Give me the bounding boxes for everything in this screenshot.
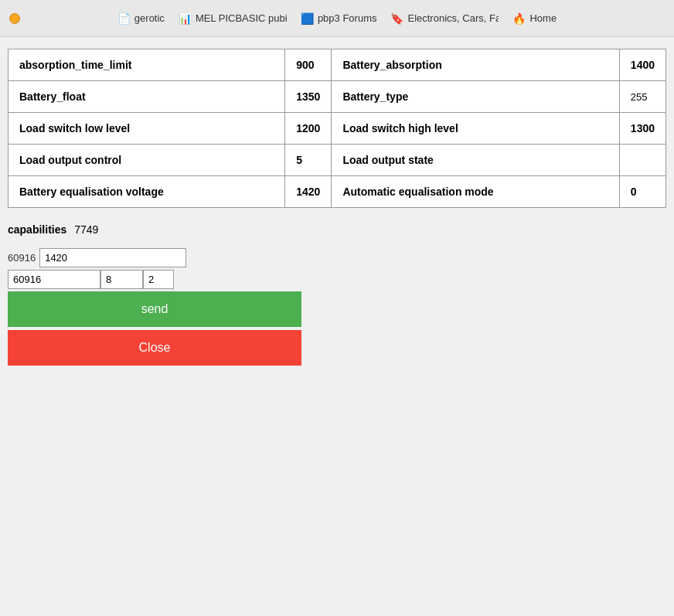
cell-load-switch-low-value: 1200 — [285, 113, 332, 145]
tab-home-icon: 🔥 — [512, 12, 526, 25]
send-button[interactable]: send — [8, 291, 301, 327]
browser-dot — [9, 13, 20, 24]
field1-input[interactable] — [39, 248, 186, 267]
cell-load-output-control-value: 5 — [285, 145, 332, 176]
cell-load-output-state-value — [619, 145, 665, 176]
field2-val1-input[interactable] — [100, 270, 143, 289]
tab-mel-label: MEL PICBASIC pubi... — [196, 12, 287, 24]
main-content: absorption_time_limit 900 Battery_absorp… — [0, 37, 674, 377]
tab-home[interactable]: 🔥 Home — [512, 12, 557, 25]
field2-val2-input[interactable] — [143, 270, 174, 289]
tab-gerotic-icon: 📄 — [117, 12, 131, 25]
cell-auto-equalisation-label: Automatic equalisation mode — [332, 176, 619, 208]
tab-pbp3[interactable]: 🟦 pbp3 Forums — [301, 12, 377, 25]
cell-battery-float-label: Battery_float — [9, 81, 285, 113]
cell-battery-absorption-value: 1400 — [619, 49, 665, 81]
tab-electronics-icon: 🔖 — [390, 12, 403, 25]
cell-absorption-time-limit-label: absorption_time_limit — [9, 49, 285, 81]
table-row: absorption_time_limit 900 Battery_absorp… — [9, 49, 666, 81]
tab-home-label: Home — [529, 12, 557, 24]
cell-load-output-control-label: Load output control — [9, 145, 285, 176]
cell-auto-equalisation-value: 0 — [619, 176, 665, 208]
capabilities-value: 7749 — [74, 223, 98, 236]
cell-battery-equalisation-label: Battery equalisation voltage — [9, 176, 285, 208]
cell-load-output-state-label: Load output state — [332, 145, 619, 176]
tab-mel-icon: 📊 — [179, 12, 192, 25]
tab-electronics-label: Electronics, Cars, Fa... — [407, 12, 499, 24]
field1-id-label: 60916 — [8, 252, 36, 264]
cell-load-switch-high-value: 1300 — [619, 113, 665, 145]
data-table: absorption_time_limit 900 Battery_absorp… — [8, 49, 666, 208]
form-row2 — [8, 270, 301, 289]
form-row1: 60916 — [8, 248, 301, 267]
cell-battery-float-value: 1350 — [285, 81, 332, 113]
capabilities-row: capabilities 7749 — [8, 223, 666, 236]
cell-load-switch-low-label: Load switch low level — [9, 113, 285, 145]
cell-battery-type-label: Battery_type — [332, 81, 619, 113]
cell-battery-type-value: 255 — [619, 81, 665, 113]
cell-absorption-time-limit-value: 900 — [285, 49, 332, 81]
browser-chrome: 📄 gerotic 📊 MEL PICBASIC pubi... 🟦 pbp3 … — [0, 0, 674, 37]
cell-battery-absorption-label: Battery_absorption — [332, 49, 619, 81]
field2-id-input[interactable] — [8, 270, 100, 289]
close-button[interactable]: Close — [8, 330, 301, 366]
tab-pbp3-label: pbp3 Forums — [318, 12, 377, 24]
browser-tabs: 📄 gerotic 📊 MEL PICBASIC pubi... 🟦 pbp3 … — [117, 12, 557, 25]
table-row: Battery equalisation voltage 1420 Automa… — [9, 176, 666, 208]
cell-battery-equalisation-value: 1420 — [285, 176, 332, 208]
table-row: Load switch low level 1200 Load switch h… — [9, 113, 666, 145]
table-row: Battery_float 1350 Battery_type 255 — [9, 81, 666, 113]
cell-load-switch-high-label: Load switch high level — [332, 113, 619, 145]
capabilities-label: capabilities — [8, 223, 66, 236]
tab-gerotic[interactable]: 📄 gerotic — [117, 12, 165, 25]
tab-gerotic-label: gerotic — [134, 12, 165, 24]
tab-mel[interactable]: 📊 MEL PICBASIC pubi... — [179, 12, 287, 25]
form-area: 60916 send Close — [8, 248, 301, 366]
tab-electronics[interactable]: 🔖 Electronics, Cars, Fa... — [390, 12, 499, 25]
table-row: Load output control 5 Load output state — [9, 145, 666, 176]
tab-pbp3-icon: 🟦 — [301, 12, 314, 25]
